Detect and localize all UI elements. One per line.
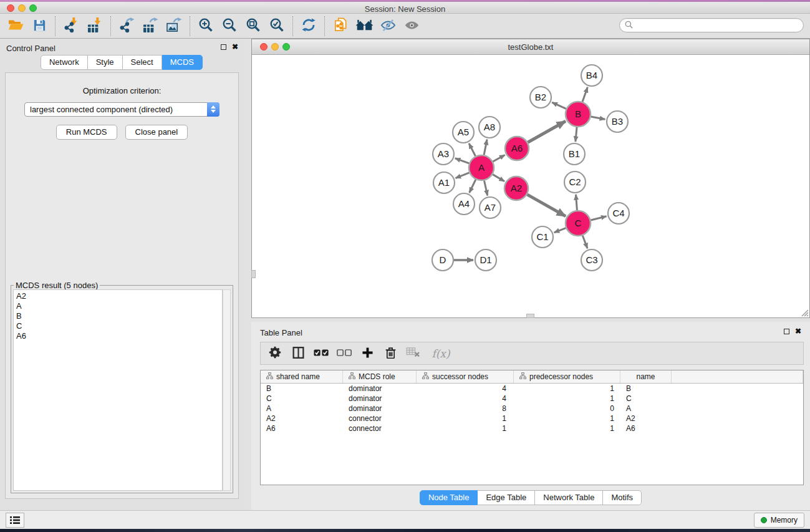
- graph-node-B1[interactable]: B1: [564, 143, 585, 165]
- graph-node-C1[interactable]: C1: [532, 226, 553, 248]
- criterion-dropdown[interactable]: largest connected component (directed): [24, 102, 219, 117]
- run-mcds-button[interactable]: Run MCDS: [56, 125, 117, 140]
- column-pane-button[interactable]: [289, 344, 307, 363]
- mcds-result-item[interactable]: A2: [16, 291, 222, 301]
- graph-node-A7[interactable]: A7: [480, 197, 501, 218]
- close-panel-button[interactable]: Close panel: [125, 125, 188, 140]
- network-window-titlebar[interactable]: testGlobe.txt: [252, 39, 809, 55]
- task-history-button[interactable]: [6, 513, 24, 528]
- graph-node-C3[interactable]: C3: [581, 249, 602, 271]
- float-panel-icon[interactable]: [221, 44, 226, 50]
- column-header-shared-name[interactable]: shared name: [261, 370, 343, 383]
- graph-node-C2[interactable]: C2: [564, 172, 586, 193]
- zoom-selected-button[interactable]: [267, 17, 287, 36]
- search-box[interactable]: [619, 18, 804, 32]
- table-tab-node-table[interactable]: Node Table: [420, 490, 478, 505]
- table-row[interactable]: Adominator80A: [261, 404, 803, 414]
- table-row[interactable]: A2connector11A2: [261, 414, 803, 423]
- graph-edge-A6-B[interactable]: [528, 121, 566, 142]
- graph-node-A2[interactable]: A2: [504, 177, 528, 200]
- graph-edge-C-C1[interactable]: [554, 228, 566, 233]
- graph-edge-B-B1[interactable]: [576, 127, 577, 142]
- tab-select[interactable]: Select: [123, 55, 162, 70]
- graph-node-B3[interactable]: B3: [607, 111, 628, 132]
- refresh-button[interactable]: [299, 17, 319, 36]
- import-network-button[interactable]: [61, 17, 81, 36]
- tab-mcds[interactable]: MCDS: [162, 55, 203, 70]
- graph-node-D[interactable]: D: [432, 249, 453, 271]
- graph-edge-A-A3[interactable]: [455, 158, 469, 163]
- graph-node-A5[interactable]: A5: [453, 122, 474, 143]
- graph-node-A1[interactable]: A1: [433, 172, 455, 193]
- network-canvas[interactable]: AA6A2BCA1A3A4A5A7A8B1B2B3B4C1C2C3C4DD1: [252, 55, 809, 317]
- deselect-all-button[interactable]: [335, 344, 354, 363]
- graph-node-B4[interactable]: B4: [581, 65, 602, 86]
- graph-edge-A-A1[interactable]: [456, 173, 470, 178]
- mcds-result-item[interactable]: A6: [16, 331, 222, 341]
- close-panel-icon[interactable]: ✖: [232, 44, 238, 50]
- graph-node-B2[interactable]: B2: [530, 87, 551, 108]
- export-image-button[interactable]: [164, 17, 184, 36]
- tab-style[interactable]: Style: [88, 55, 123, 70]
- table-tab-network-table[interactable]: Network Table: [535, 490, 603, 505]
- first-neighbors-button[interactable]: [354, 17, 374, 36]
- graph-node-A6[interactable]: A6: [505, 137, 529, 160]
- graph-node-C[interactable]: C: [566, 211, 591, 236]
- table-tab-motifs[interactable]: Motifs: [603, 490, 642, 505]
- graph-edge-A-A6[interactable]: [493, 155, 504, 162]
- network-graph[interactable]: AA6A2BCA1A3A4A5A7A8B1B2B3B4C1C2C3C4DD1: [252, 55, 809, 317]
- export-network-button[interactable]: [117, 17, 137, 36]
- duplicate-network-button[interactable]: [330, 17, 350, 36]
- import-table-button[interactable]: [85, 17, 105, 36]
- graph-edge-B-B3[interactable]: [591, 117, 605, 119]
- bottom-splitter-handle[interactable]: [526, 314, 534, 318]
- graph-edge-A-A7[interactable]: [484, 181, 487, 196]
- graph-edge-A-A2[interactable]: [493, 175, 504, 181]
- select-all-button[interactable]: [312, 344, 330, 363]
- export-table-button[interactable]: [140, 17, 160, 36]
- resize-grip-icon[interactable]: [800, 308, 809, 317]
- mcds-result-item[interactable]: C: [16, 321, 222, 331]
- graph-node-A4[interactable]: A4: [453, 193, 475, 215]
- graph-edge-A2-C[interactable]: [527, 195, 566, 216]
- mcds-result-list[interactable]: A2ABCA6: [13, 289, 223, 491]
- column-header-successor-nodes[interactable]: successor nodes: [417, 370, 514, 383]
- graph-node-A3[interactable]: A3: [433, 143, 454, 165]
- graph-edge-B-B2[interactable]: [552, 102, 566, 109]
- search-input[interactable]: [633, 19, 803, 31]
- table-row[interactable]: Cdominator41C: [261, 394, 803, 404]
- memory-button[interactable]: Memory: [754, 513, 804, 528]
- table-row[interactable]: A6connector11A6: [261, 423, 803, 433]
- zoom-fit-button[interactable]: [243, 17, 263, 36]
- graph-node-B[interactable]: B: [566, 102, 591, 127]
- graph-node-A[interactable]: A: [469, 155, 494, 180]
- hide-selected-button[interactable]: [378, 17, 398, 36]
- zoom-out-button[interactable]: [219, 17, 239, 36]
- graph-edge-B-B4[interactable]: [582, 87, 587, 102]
- graph-edge-A-A5[interactable]: [469, 143, 475, 156]
- add-column-button[interactable]: [358, 344, 377, 363]
- graph-edge-A-A8[interactable]: [484, 140, 487, 155]
- table-close-panel-icon[interactable]: ✖: [795, 328, 801, 334]
- table-settings-button[interactable]: [266, 344, 284, 363]
- graph-node-D1[interactable]: D1: [475, 249, 496, 271]
- tab-network[interactable]: Network: [41, 55, 88, 70]
- zoom-in-button[interactable]: [196, 17, 216, 36]
- table-float-panel-icon[interactable]: [784, 329, 789, 334]
- mcds-result-item[interactable]: A: [16, 301, 222, 311]
- mcds-list-scrollbar[interactable]: [223, 289, 231, 491]
- graph-edge-A-A4[interactable]: [470, 180, 476, 193]
- graph-edge-C-C2[interactable]: [576, 195, 577, 210]
- column-header-name[interactable]: name: [620, 370, 672, 383]
- column-header-MCDS-role[interactable]: MCDS role: [343, 370, 417, 383]
- save-session-button[interactable]: [29, 17, 49, 36]
- column-header-predecessor-nodes[interactable]: predecessor nodes: [514, 370, 620, 383]
- table-tab-edge-table[interactable]: Edge Table: [478, 490, 535, 505]
- open-session-button[interactable]: [6, 17, 26, 36]
- table-row[interactable]: Bdominator41B: [261, 384, 803, 394]
- graph-edge-C-C4[interactable]: [591, 216, 606, 220]
- left-splitter-handle[interactable]: [251, 270, 256, 278]
- table-header-row[interactable]: shared nameMCDS rolesuccessor nodesprede…: [261, 370, 803, 384]
- show-all-button[interactable]: [402, 17, 422, 36]
- mcds-result-item[interactable]: B: [16, 311, 222, 321]
